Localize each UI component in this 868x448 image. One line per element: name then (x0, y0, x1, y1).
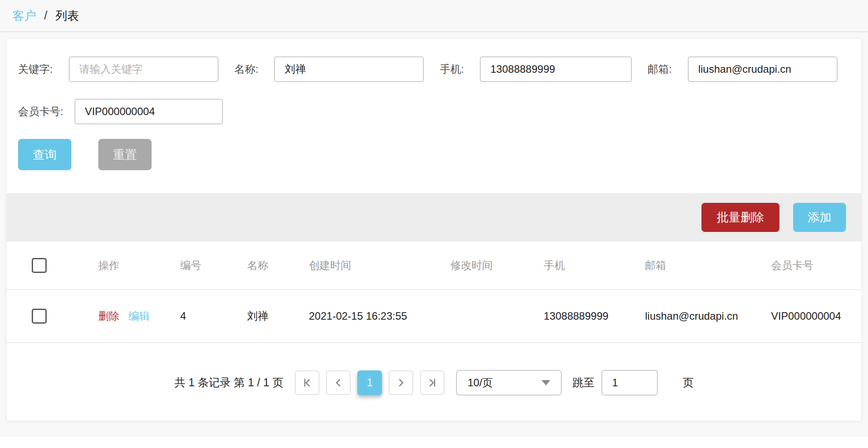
pagination-summary: 共 1 条记录 第 1 / 1 页 (174, 375, 283, 390)
column-header-id: 编号 (152, 258, 218, 273)
phone-field-group: 手机: (440, 56, 632, 82)
table-row: 删除 编辑 4 刘禅 2021-02-15 16:23:55 130888899… (7, 290, 861, 343)
search-button[interactable]: 查询 (18, 139, 71, 170)
column-header-phone: 手机 (538, 258, 639, 273)
pagination: 共 1 条记录 第 1 / 1 页 1 (7, 343, 861, 421)
name-input[interactable] (274, 56, 424, 82)
select-all-checkbox[interactable] (32, 258, 47, 273)
email-input[interactable] (688, 56, 838, 82)
next-page-button[interactable] (389, 370, 413, 395)
page-1-button[interactable]: 1 (357, 370, 382, 395)
jump-page-input[interactable] (601, 370, 658, 396)
first-page-icon (301, 377, 313, 389)
table-header-row: 操作 编号 名称 创建时间 修改时间 手机 邮箱 会员卡号 (7, 242, 861, 290)
filter-section: 关键字: 名称: 手机: 邮箱: 会员卡号: (7, 39, 861, 170)
name-label: 名称: (234, 62, 259, 76)
breadcrumb: 客户 / 列表 (0, 0, 868, 32)
phone-label: 手机: (440, 62, 464, 76)
column-header-name: 名称 (218, 258, 282, 273)
delete-link[interactable]: 删除 (98, 310, 119, 322)
column-header-created: 创建时间 (282, 258, 423, 273)
last-page-icon (426, 377, 438, 389)
keyword-field-group: 关键字: (18, 56, 219, 82)
keyword-input[interactable] (69, 56, 219, 82)
row-card-cell: VIP000000004 (767, 310, 861, 322)
jump-to-label: 跳至 (572, 375, 594, 390)
row-checkbox[interactable] (32, 309, 47, 324)
email-label: 邮箱: (648, 62, 672, 76)
row-created-cell: 2021-02-15 16:23:55 (282, 310, 423, 322)
reset-button[interactable]: 重置 (98, 139, 152, 170)
phone-input[interactable] (480, 56, 632, 82)
row-id-cell: 4 (152, 310, 218, 322)
page-size-value: 10/页 (467, 376, 493, 390)
keyword-label: 关键字: (18, 62, 53, 76)
table-toolbar: 批量删除 添加 (7, 193, 861, 242)
name-field-group: 名称: (234, 56, 424, 82)
page-unit-label: 页 (683, 375, 694, 390)
breadcrumb-current-page: 列表 (56, 8, 79, 24)
row-actions-cell: 删除 编辑 (68, 309, 152, 323)
chevron-left-icon (332, 377, 345, 389)
edit-link[interactable]: 编辑 (129, 310, 150, 322)
row-email-cell: liushan@crudapi.cn (639, 310, 767, 322)
column-header-email: 邮箱 (639, 258, 767, 273)
email-field-group: 邮箱: (648, 56, 838, 82)
content-card: 关键字: 名称: 手机: 邮箱: 会员卡号: (6, 38, 862, 421)
column-header-card: 会员卡号 (767, 258, 861, 273)
prev-page-button[interactable] (326, 370, 351, 395)
card-field-group: 会员卡号: (18, 99, 223, 124)
last-page-button[interactable] (420, 370, 445, 395)
column-header-modified: 修改时间 (423, 258, 538, 273)
filter-actions: 查询 重置 (18, 139, 850, 170)
chevron-right-icon (395, 377, 407, 389)
breadcrumb-customers-link[interactable]: 客户 (12, 8, 36, 24)
row-name-cell: 刘禅 (218, 309, 282, 323)
filter-row-1: 关键字: 名称: 手机: 邮箱: (18, 56, 850, 82)
page-size-select[interactable]: 10/页 (456, 370, 562, 396)
select-all-cell (7, 258, 68, 273)
member-card-label: 会员卡号: (18, 105, 63, 119)
row-select-cell (7, 309, 68, 324)
member-card-input[interactable] (74, 99, 223, 124)
dropdown-arrow-icon (542, 380, 550, 385)
filter-row-2: 会员卡号: (18, 99, 850, 124)
breadcrumb-separator: / (44, 9, 48, 22)
row-phone-cell: 13088889999 (538, 310, 639, 322)
customer-list-page: 客户 / 列表 关键字: 名称: 手机: 邮箱: (0, 0, 868, 437)
add-button[interactable]: 添加 (793, 203, 846, 232)
batch-delete-button[interactable]: 批量删除 (701, 203, 779, 232)
column-header-actions: 操作 (68, 258, 152, 273)
first-page-button[interactable] (295, 370, 319, 395)
